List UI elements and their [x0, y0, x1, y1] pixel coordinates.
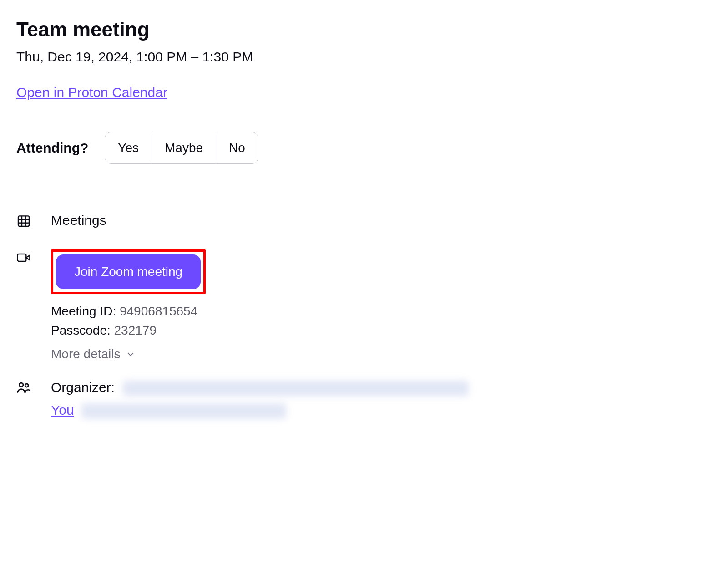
chevron-down-icon — [125, 349, 136, 360]
more-details-label: More details — [51, 347, 121, 361]
join-zoom-button[interactable]: Join Zoom meeting — [56, 254, 201, 289]
svg-rect-5 — [18, 254, 26, 261]
organizer-label: Organizer: — [51, 380, 115, 395]
attending-yes-button[interactable]: Yes — [105, 132, 152, 163]
event-time-range: Thu, Dec 19, 2024, 1:00 PM – 1:30 PM — [16, 49, 712, 65]
event-title: Team meeting — [16, 18, 712, 41]
organizer-redacted — [123, 381, 469, 396]
passcode-label: Passcode: — [51, 323, 111, 337]
you-link[interactable]: You — [51, 402, 74, 417]
passcode-row: Passcode: 232179 — [51, 323, 712, 338]
attending-no-button[interactable]: No — [216, 132, 258, 163]
svg-point-7 — [19, 383, 23, 387]
more-details-toggle[interactable]: More details — [51, 347, 136, 361]
meeting-id-row: Meeting ID: 94906815654 — [51, 304, 712, 319]
svg-point-8 — [25, 384, 28, 387]
organizer-line: Organizer: — [51, 380, 712, 396]
attending-maybe-button[interactable]: Maybe — [152, 132, 216, 163]
calendar-name: Meetings — [51, 213, 712, 228]
attending-button-group: Yes Maybe No — [105, 132, 258, 164]
video-conference-row: Join Zoom meeting Meeting ID: 9490681565… — [16, 249, 712, 361]
svg-rect-0 — [18, 216, 29, 226]
attending-label: Attending? — [16, 140, 88, 156]
calendar-icon — [16, 213, 33, 231]
svg-marker-6 — [26, 255, 30, 260]
section-divider — [0, 187, 728, 187]
people-icon — [16, 380, 33, 398]
open-in-calendar-link[interactable]: Open in Proton Calendar — [16, 85, 167, 100]
participants-row: Organizer: You — [16, 380, 712, 425]
meeting-id-label: Meeting ID: — [51, 304, 116, 318]
passcode-value: 232179 — [114, 323, 157, 337]
attending-row: Attending? Yes Maybe No — [16, 132, 712, 164]
meeting-id-value: 94906815654 — [120, 304, 197, 318]
you-redacted — [81, 403, 286, 419]
calendar-row: Meetings — [16, 213, 712, 231]
highlight-annotation: Join Zoom meeting — [51, 249, 206, 294]
you-line: You — [51, 402, 712, 419]
video-icon — [16, 249, 33, 268]
